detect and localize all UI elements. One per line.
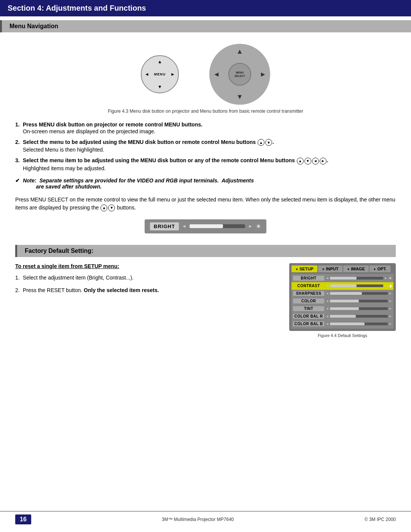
menu-row-bright: BRIGHT ◄ ► ☀	[292, 275, 393, 282]
bright-arrow-right: ►	[384, 276, 387, 280]
sharpness-track	[330, 292, 388, 295]
factory-left: To reset a single item from SETUP menu: …	[15, 263, 278, 299]
color-arrow-left: ◄	[326, 299, 329, 303]
bright-arrow-left: ◄	[326, 276, 329, 280]
note-block: ✔ Note: Separate settings are provided f…	[15, 177, 396, 190]
tint-row-label: TINT	[293, 306, 324, 311]
color-bal-b-track	[330, 323, 388, 325]
step-2-bold: Only the selected item resets.	[84, 287, 159, 293]
menu-row-tint: TINT ◄ ►	[292, 305, 393, 313]
menu-nav-heading: Menu Navigation	[10, 23, 58, 29]
instruction-2: 2. Select the menu to be adjusted using …	[15, 139, 396, 153]
menu-row-contrast: CONTRAST ◄ ► ◑	[292, 282, 393, 290]
menu-tabs: SETUP INPUT IMAGE OPT.	[292, 265, 393, 272]
menu-tab-setup: SETUP	[292, 265, 317, 272]
sym-left2: ◄	[312, 158, 319, 165]
tint-arrow-left: ◄	[326, 307, 329, 310]
bright-fill	[330, 277, 357, 280]
instruction-1: 1. Press MENU disk button on projector o…	[15, 121, 396, 134]
disk-menu-label: MENU	[154, 72, 166, 76]
color-row-label: COLOR	[293, 299, 324, 304]
section-title: Section 4: Adjustments and Functions	[8, 4, 146, 12]
reset-steps: 1. Select the adjustment item (Bright, C…	[15, 274, 278, 294]
remote-arrow-right: ►	[260, 70, 266, 78]
section-header: Section 4: Adjustments and Functions	[0, 0, 411, 16]
remote-arrow-down: ▼	[236, 93, 243, 101]
disk-arrow-left: ◄	[145, 72, 149, 77]
remote-arrow-up: ▲	[236, 48, 243, 56]
factory-right: SETUP INPUT IMAGE OPT. BRIGHT ◄	[289, 263, 396, 338]
figure-44-caption: Figure 4.4 Default Settings	[289, 333, 396, 338]
color-bal-b-fill	[330, 323, 365, 325]
disk-arrow-right: ►	[170, 72, 175, 77]
sharpness-fill	[330, 292, 362, 295]
color-bal-r-fill	[330, 315, 356, 318]
contrast-row-label: CONTRAST	[293, 283, 324, 288]
color-bal-r-label: COLOR BAL R	[293, 314, 324, 319]
sym-down2: ▼	[304, 158, 311, 165]
bright-slider-fill	[190, 224, 223, 228]
bright-row-label: BRIGHT	[293, 276, 324, 281]
menu-tab-opt: OPT.	[370, 265, 390, 272]
disk-button: ▲ ◄ MENU ► ▼	[141, 55, 179, 93]
sym-para-up: ▲	[100, 204, 107, 211]
sym-para-down: ▼	[108, 204, 115, 211]
color-bal-b-slider: ◄ ►	[324, 322, 392, 326]
menu-row-sharpness: SHARPNESS ◄ ►	[292, 290, 393, 297]
disk-arrow-up: ▲	[158, 59, 162, 64]
color-bal-r-arrow-right: ►	[389, 315, 392, 318]
color-bal-r-track	[330, 315, 388, 318]
contrast-fill	[330, 284, 357, 287]
menu-row-color-bal-r: COLOR BAL R ◄ ►	[292, 313, 393, 320]
menu-row-color-bal-b: COLOR BAL B ◄ ►	[292, 320, 393, 328]
reset-step-2: 2. Press the RESET button. Only the sele…	[15, 286, 278, 294]
color-row-slider: ◄ ►	[324, 299, 392, 303]
step-1-text: Select the adjustment item (Bright, Cont…	[23, 275, 134, 281]
bright-track	[330, 277, 383, 280]
menu-tab-image: IMAGE	[343, 265, 369, 272]
footer-right-text: © 3M IPC 2000	[365, 517, 396, 522]
sharpness-row-slider: ◄ ►	[324, 292, 392, 295]
bright-slider-track	[190, 224, 245, 228]
disk-arrow-down: ▼	[158, 84, 162, 89]
bright-row-slider: ◄ ► ☀	[324, 276, 392, 280]
menu-tab-input: INPUT	[318, 265, 342, 272]
checkmark-icon: ✔	[15, 177, 20, 184]
sharpness-row-label: SHARPNESS	[293, 291, 324, 296]
remote-center-label: MENUSELECT	[234, 71, 245, 78]
sharpness-arrow-right: ►	[389, 292, 392, 295]
menu-row-color: COLOR ◄ ►	[292, 297, 393, 305]
sym-down: ▼	[265, 139, 272, 146]
page-number: 16	[15, 514, 31, 524]
bright-label: BRIGHT	[150, 222, 179, 230]
reset-step-1: 1. Select the adjustment item (Bright, C…	[15, 274, 278, 282]
tint-fill	[330, 307, 359, 310]
step-2-text-before: Press the RESET button.	[23, 287, 84, 293]
bright-sun-icon-mini: ☀	[389, 276, 392, 280]
color-arrow-right: ►	[389, 299, 392, 303]
para-text: Press MENU SELECT on the remote control …	[15, 196, 396, 212]
factory-default-heading: Factory Default Setting:	[25, 248, 93, 254]
figure-43-caption: Figure 4.3 Menu disk button on projector…	[15, 109, 396, 114]
note-text: Note: Separate settings are provided for…	[15, 177, 254, 190]
reset-heading: To reset a single item from SETUP menu:	[15, 263, 278, 269]
factory-content: To reset a single item from SETUP menu: …	[15, 263, 396, 338]
contrast-track	[330, 284, 383, 287]
sharpness-arrow-left: ◄	[326, 292, 329, 295]
menu-nav-subheader: Menu Navigation	[0, 20, 411, 32]
contrast-arrow-right: ►	[384, 284, 387, 288]
bright-slider-box: BRIGHT ◄ ► ☀	[145, 219, 266, 233]
color-bal-b-arrow-left: ◄	[326, 322, 329, 326]
sym-up2: ▲	[297, 158, 304, 165]
color-bal-b-arrow-right: ►	[389, 322, 392, 326]
menu-screen: SETUP INPUT IMAGE OPT. BRIGHT ◄	[289, 263, 396, 331]
figure-area: ▲ ◄ MENU ► ▼ ▲ ▼ ◄ ► MENUSELECT	[15, 32, 396, 109]
tint-row-slider: ◄ ►	[324, 307, 392, 310]
bright-figure: BRIGHT ◄ ► ☀	[15, 219, 396, 233]
contrast-arrow-left: ◄	[326, 284, 329, 288]
instruction-list: 1. Press MENU disk button on projector o…	[15, 121, 396, 171]
color-fill	[330, 300, 359, 302]
factory-default-subheader: Factory Default Setting:	[15, 245, 396, 257]
menu-rows: BRIGHT ◄ ► ☀ CONTRAST	[292, 274, 393, 329]
color-track	[330, 300, 388, 302]
